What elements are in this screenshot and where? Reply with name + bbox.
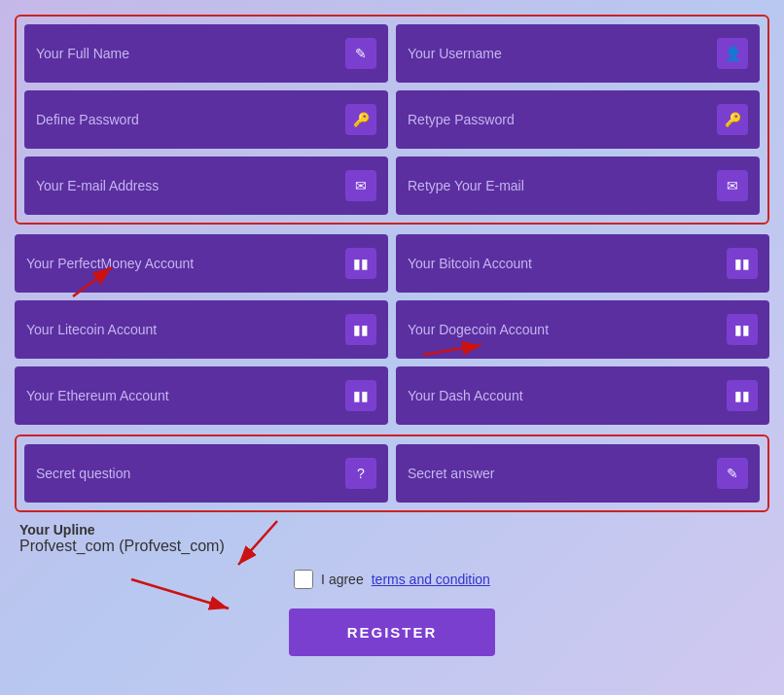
- username-input[interactable]: [408, 46, 717, 61]
- ethereum-field[interactable]: ▮▮: [15, 366, 388, 425]
- username-field[interactable]: 👤: [396, 24, 760, 83]
- card-icon-5: ▮▮: [345, 380, 376, 411]
- email-icon-2: ✉: [717, 170, 748, 201]
- litecoin-input[interactable]: [26, 322, 345, 337]
- secret-answer-field[interactable]: ✎: [396, 444, 760, 503]
- card-icon-2: ▮▮: [727, 248, 758, 279]
- secret-section: ? ✎: [15, 434, 769, 512]
- email-icon: ✉: [345, 170, 376, 201]
- retype-password-input[interactable]: [408, 112, 717, 127]
- register-button[interactable]: REGISTER: [289, 608, 496, 656]
- dogecoin-input[interactable]: [408, 322, 727, 337]
- secret-grid: ? ✎: [24, 444, 760, 503]
- agree-section: I agree terms and condition: [15, 570, 769, 589]
- secret-question-input[interactable]: [36, 466, 345, 481]
- card-icon-4: ▮▮: [727, 314, 758, 345]
- card-icon-3: ▮▮: [345, 314, 376, 345]
- register-section: REGISTER: [15, 608, 769, 656]
- define-password-input[interactable]: [36, 112, 345, 127]
- registration-form: ✎ 👤 🔑 🔑 ✉: [15, 15, 769, 666]
- bitcoin-input[interactable]: [408, 256, 727, 271]
- upline-label: Your Upline: [19, 522, 765, 538]
- user-icon: 👤: [717, 38, 748, 69]
- retype-email-field[interactable]: ✉: [396, 156, 760, 215]
- secret-question-field[interactable]: ?: [24, 444, 388, 503]
- card-icon-6: ▮▮: [727, 380, 758, 411]
- define-password-field[interactable]: 🔑: [24, 90, 388, 149]
- terms-link[interactable]: terms and condition: [372, 572, 490, 587]
- agree-text: I agree: [321, 572, 364, 587]
- perfect-money-field[interactable]: ▮▮: [15, 234, 388, 293]
- crypto-section: ▮▮ ▮▮ ▮▮ ▮▮ ▮▮: [15, 234, 769, 425]
- litecoin-field[interactable]: ▮▮: [15, 300, 388, 359]
- personal-info-section: ✎ 👤 🔑 🔑 ✉: [15, 15, 769, 225]
- retype-email-input[interactable]: [408, 178, 717, 193]
- retype-password-field[interactable]: 🔑: [396, 90, 760, 149]
- email-field[interactable]: ✉: [24, 156, 388, 215]
- crypto-grid: ▮▮ ▮▮ ▮▮ ▮▮ ▮▮: [15, 234, 769, 425]
- upline-value: Profvest_com (Profvest_com): [19, 538, 765, 555]
- full-name-field[interactable]: ✎: [24, 24, 388, 83]
- dash-input[interactable]: [408, 388, 727, 403]
- dash-field[interactable]: ▮▮: [396, 366, 769, 425]
- secret-answer-input[interactable]: [408, 466, 717, 481]
- full-name-input[interactable]: [36, 46, 345, 61]
- key-icon: 🔑: [345, 104, 376, 135]
- edit-icon: ✎: [345, 38, 376, 69]
- dogecoin-field[interactable]: ▮▮: [396, 300, 769, 359]
- email-input[interactable]: [36, 178, 345, 193]
- upline-section: Your Upline Profvest_com (Profvest_com): [15, 522, 769, 555]
- bitcoin-field[interactable]: ▮▮: [396, 234, 769, 293]
- question-icon: ?: [345, 458, 376, 489]
- personal-info-grid: ✎ 👤 🔑 🔑 ✉: [24, 24, 760, 215]
- agree-checkbox[interactable]: [294, 570, 313, 589]
- key-icon-2: 🔑: [717, 104, 748, 135]
- perfect-money-input[interactable]: [26, 256, 345, 271]
- ethereum-input[interactable]: [26, 388, 345, 403]
- card-icon-1: ▮▮: [345, 248, 376, 279]
- answer-icon: ✎: [717, 458, 748, 489]
